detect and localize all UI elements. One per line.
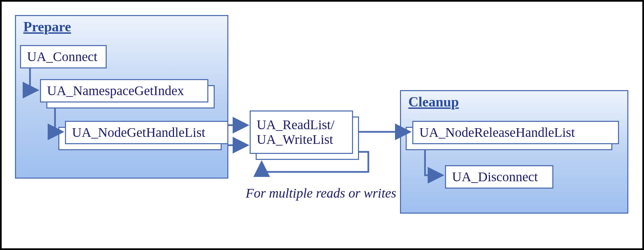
box-ua-node-release-handle-list: UA_NodeReleaseHandleList [412, 121, 619, 144]
cleanup-title: Cleanup [408, 94, 459, 110]
cleanup-panel: Cleanup [400, 90, 628, 214]
box-ua-namespace-get-index: UA_NamespaceGetIndex [40, 79, 208, 102]
readlist-label: UA_ReadList/ [257, 117, 334, 132]
box-ua-readwrite: UA_ReadList/ UA_WriteList [250, 110, 353, 154]
box-ua-connect: UA_Connect [20, 45, 107, 68]
box-ua-node-get-handle-list: UA_NodeGetHandleList [65, 121, 228, 144]
writelist-label: UA_WriteList [257, 132, 333, 147]
box-ua-disconnect: UA_Disconnect [445, 165, 553, 189]
caption-multiple-reads-writes: For multiple reads or writes [246, 185, 396, 201]
prepare-title: Prepare [23, 19, 71, 35]
diagram-canvas: Prepare UA_Connect UA_NamespaceGetIndex … [0, 0, 644, 250]
